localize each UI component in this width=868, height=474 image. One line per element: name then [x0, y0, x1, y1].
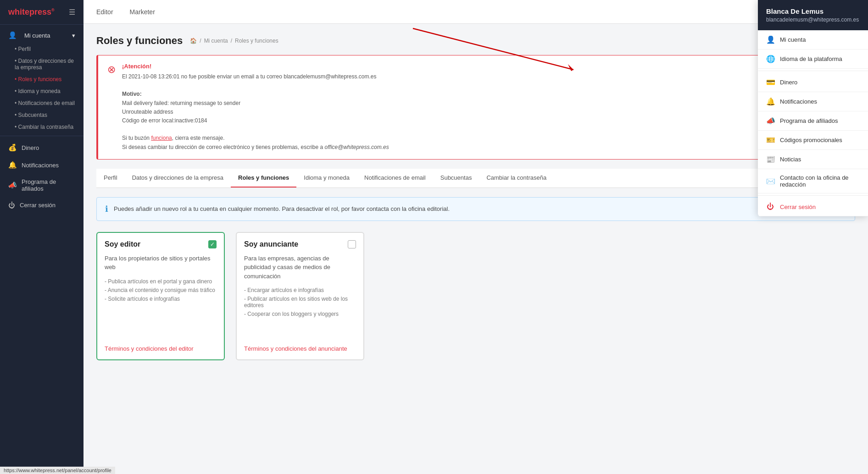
- sidebar-item-programa[interactable]: 📣 Programa de afiliados: [0, 174, 83, 197]
- sidebar-item-perfil[interactable]: • Perfil: [0, 43, 83, 55]
- dropdown-contacto[interactable]: ✉️ Contacto con la oficina de redacción: [758, 169, 868, 193]
- dropdown-contacto-label: Contacto con la oficina de redacción: [780, 174, 860, 188]
- dropdown-codigos[interactable]: 🎫 Códigos promocionales: [758, 131, 868, 150]
- editor-checkbox[interactable]: ✓: [208, 240, 217, 248]
- editor-features: - Publica artículos en el portal y gana …: [105, 278, 217, 338]
- breadcrumb-mi-cuenta[interactable]: Mi cuenta: [204, 38, 228, 44]
- dropdown-noticias[interactable]: 📰 Noticias: [758, 150, 868, 169]
- alert-line-0: Mail delivery failed: returning message …: [122, 100, 240, 106]
- account-label: Mi cuenta: [24, 32, 50, 39]
- tab-cambiar[interactable]: Cambiar la contraseña: [479, 169, 554, 187]
- editor-title: Soy editor: [105, 240, 140, 248]
- alert-content: ¡Atención! El 2021-10-08 13:26:01 no fue…: [122, 63, 846, 152]
- funciona-link[interactable]: funciona: [151, 135, 172, 141]
- alert-line-2: Código de error local:inactive:0184: [122, 117, 207, 124]
- dropdown-dinero-label: Dinero: [780, 79, 797, 86]
- dropdown-cerrar[interactable]: ⏻ Cerrar sesión: [758, 198, 868, 216]
- dropdown-dinero[interactable]: 💳 Dinero: [758, 73, 868, 92]
- breadcrumb-sep2: /: [231, 38, 232, 44]
- dinero-label: Dinero: [22, 144, 39, 151]
- sidebar: whitepress® ☰ 👤 Mi cuenta ▾ • Perfil • D…: [0, 0, 83, 474]
- editor-terms-link[interactable]: Términos y condiciones del editor: [105, 345, 194, 352]
- tab-sub[interactable]: Subcuentas: [433, 169, 479, 187]
- editor-feature-0: - Publica artículos en el portal y gana …: [105, 278, 217, 285]
- alert-message: El 2021-10-08 13:26:01 no fue posible en…: [122, 72, 846, 152]
- breadcrumb-current: Roles y funciones: [235, 38, 278, 44]
- mail-dropdown-icon: ✉️: [766, 177, 774, 186]
- account-group[interactable]: 👤 Mi cuenta ▾: [0, 28, 83, 43]
- sidebar-item-datos[interactable]: • Datos y direcciones de la empresa: [0, 55, 83, 73]
- topnav-editor[interactable]: Editor: [95, 8, 115, 16]
- sidebar-item-subcuentas[interactable]: • Subcuentas: [0, 109, 83, 121]
- topnav-marketer[interactable]: Marketer: [128, 8, 157, 16]
- info-text: Puedes añadir un nuevo rol a tu cuenta e…: [114, 205, 450, 212]
- dropdown-divider-2: [758, 195, 868, 196]
- alert-icon: ⊗: [107, 64, 116, 76]
- anunciante-feature-1: - Publicar artículos en los sitios web d…: [244, 296, 356, 309]
- tab-roles[interactable]: Roles y funciones: [231, 169, 296, 187]
- dropdown-cerrar-label: Cerrar sesión: [780, 204, 816, 210]
- alert-line-1: Unrouteable address: [122, 109, 173, 115]
- office-email: office@whitepress.com.es: [325, 144, 389, 150]
- sidebar-item-notificaciones[interactable]: • Notificaciones de email: [0, 97, 83, 109]
- dropdown-user-name: Blanca De Lemus: [766, 7, 860, 15]
- dropdown-notificaciones[interactable]: 🔔 Notificaciones: [758, 92, 868, 111]
- sidebar-item-idioma[interactable]: • Idioma y moneda: [0, 85, 83, 97]
- anunciante-feature-2: - Cooperar con los bloggers y vloggers: [244, 311, 356, 317]
- topnav: Editor Marketer 🔔 ⚙️: [83, 0, 868, 24]
- breadcrumb: 🏠 / Mi cuenta / Roles y funciones: [190, 38, 278, 44]
- alert-info1: Si tu buzón funciona, cierra este mensaj…: [122, 135, 224, 141]
- logout-icon: ⏻: [8, 201, 15, 209]
- role-card-editor: Soy editor ✓ Para los propietarios de si…: [96, 232, 225, 360]
- alert-message-text: El 2021-10-08 13:26:01 no fue posible en…: [122, 73, 377, 80]
- anunciante-features: - Encargar artículos e infografías - Pub…: [244, 287, 356, 338]
- anunciante-card-header: Soy anunciante: [244, 240, 356, 248]
- tab-idioma[interactable]: Idioma y moneda: [296, 169, 357, 187]
- tab-perfil[interactable]: Perfil: [96, 169, 125, 187]
- editor-feature-2: - Solicite artículos e infografías: [105, 296, 217, 302]
- main-area: Editor Marketer 🔔 ⚙️ Roles y funciones 🏠…: [83, 0, 868, 474]
- page-header: Roles y funciones 🏠 / Mi cuenta / Roles …: [96, 35, 855, 47]
- dropdown-idioma[interactable]: 🌐 Idioma de la plataforma: [758, 50, 868, 69]
- promo-dropdown-icon: 🎫: [766, 136, 774, 144]
- hamburger-icon[interactable]: ☰: [69, 8, 75, 17]
- dropdown-idioma-label: Idioma de la plataforma: [780, 55, 842, 62]
- cerrar-label: Cerrar sesión: [20, 202, 56, 209]
- tab-datos[interactable]: Datos y direcciones de la empresa: [125, 169, 231, 187]
- editor-card-header: Soy editor ✓: [105, 240, 217, 248]
- tabs: Perfil Datos y direcciones de la empresa…: [96, 169, 855, 188]
- logo-area: whitepress® ☰: [0, 0, 83, 24]
- breadcrumb-home-icon[interactable]: 🏠: [190, 38, 197, 44]
- chevron-icon: ▾: [72, 32, 75, 39]
- dropdown-user-email: blancadelemusm@whitepress.com.es: [766, 17, 860, 23]
- dropdown-header: Blanca De Lemus blancadelemusm@whitepres…: [758, 0, 868, 30]
- affiliate-icon: 📣: [8, 181, 17, 189]
- logout-dropdown-icon: ⏻: [766, 203, 774, 211]
- sidebar-item-dinero[interactable]: 💰 Dinero: [0, 139, 83, 156]
- account-icon: 👤: [8, 31, 17, 39]
- sidebar-item-cerrar[interactable]: ⏻ Cerrar sesión: [0, 197, 83, 214]
- sidebar-item-notif[interactable]: 🔔 Notificaciones: [0, 156, 83, 174]
- dropdown-noticias-label: Noticias: [780, 156, 801, 163]
- dropdown-notif-label: Notificaciones: [780, 98, 817, 105]
- anunciante-feature-0: - Encargar artículos e infografías: [244, 287, 356, 293]
- dropdown-mi-cuenta-label: Mi cuenta: [780, 36, 806, 43]
- anunciante-footer: Términos y condiciones del anunciante: [244, 345, 356, 352]
- sidebar-item-roles[interactable]: • Roles y funciones: [0, 73, 83, 85]
- money-dropdown-icon: 💳: [766, 78, 774, 87]
- account-section: 👤 Mi cuenta ▾ • Perfil • Datos y direcci…: [0, 24, 83, 136]
- logo-reg: ®: [51, 8, 55, 12]
- dropdown-codigos-label: Códigos promocionales: [780, 137, 842, 143]
- role-cards: Soy editor ✓ Para los propietarios de si…: [96, 232, 855, 360]
- dropdown-mi-cuenta[interactable]: 👤 Mi cuenta: [758, 30, 868, 50]
- sidebar-item-cambiar[interactable]: • Cambiar la contraseña: [0, 121, 83, 133]
- anunciante-checkbox[interactable]: [348, 240, 356, 248]
- dropdown-programa[interactable]: 📣 Programa de afiliados: [758, 111, 868, 131]
- page-title: Roles y funciones: [96, 35, 183, 47]
- main-nav: 💰 Dinero 🔔 Notificaciones 📣 Programa de …: [0, 136, 83, 216]
- info-box: ℹ Puedes añadir un nuevo rol a tu cuenta…: [96, 197, 855, 221]
- anunciante-terms-link[interactable]: Términos y condiciones del anunciante: [244, 345, 347, 352]
- tab-notif[interactable]: Notificaciones de email: [357, 169, 433, 187]
- editor-footer: Términos y condiciones del editor: [105, 345, 217, 352]
- user-dropdown: Blanca De Lemus blancadelemusm@whitepres…: [758, 0, 868, 216]
